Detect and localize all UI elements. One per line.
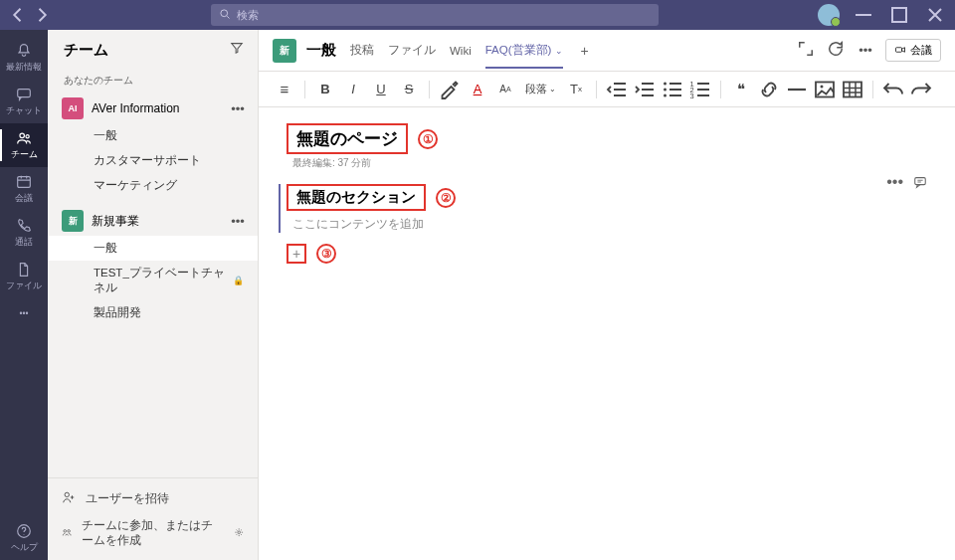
hr-button[interactable]: [785, 78, 809, 101]
clearformat-button[interactable]: Tx: [564, 78, 588, 101]
svg-point-10: [238, 531, 241, 534]
team-badge: AI: [62, 97, 84, 119]
annotation-2: ②: [436, 188, 456, 208]
svg-rect-20: [844, 82, 861, 96]
section-indicator: [279, 184, 281, 233]
hamburger-icon[interactable]: ≡: [273, 78, 296, 101]
rail-activity[interactable]: 最新情報: [0, 36, 48, 80]
indent-button[interactable]: [633, 78, 657, 101]
search-icon: [219, 8, 231, 22]
join-icon: [62, 527, 72, 539]
gear-icon[interactable]: [234, 527, 244, 539]
svg-rect-5: [18, 177, 31, 188]
expand-icon[interactable]: [796, 39, 816, 62]
channel-label: 一般: [94, 128, 117, 143]
chevron-down-icon: ⌄: [555, 46, 563, 56]
annotation-3: ③: [316, 244, 336, 264]
calendar-icon: [15, 173, 33, 191]
help-icon: [15, 522, 33, 540]
rail-label: 通話: [15, 237, 33, 249]
conversation-icon[interactable]: [913, 173, 927, 191]
tab-faq[interactable]: FAQ(営業部) ⌄: [485, 32, 563, 69]
rail-files[interactable]: ファイル: [0, 255, 48, 298]
more-icon[interactable]: •••: [856, 43, 875, 58]
channel-item[interactable]: 一般: [48, 123, 258, 148]
meet-button[interactable]: 会議: [885, 39, 941, 62]
rail-calls[interactable]: 通話: [0, 211, 48, 255]
fontsize-button[interactable]: AA: [493, 78, 517, 101]
teams-icon: [15, 129, 33, 147]
channel-item[interactable]: 一般: [48, 236, 258, 261]
file-icon: [15, 261, 33, 279]
paragraph-dropdown[interactable]: 段落 ⌄: [521, 83, 560, 96]
window-minimize[interactable]: [852, 3, 875, 27]
section-more-icon[interactable]: •••: [886, 173, 903, 191]
meet-label: 会議: [910, 43, 932, 58]
svg-rect-21: [915, 178, 926, 185]
invite-label: ユーザーを招待: [86, 491, 169, 506]
strike-button[interactable]: S: [397, 78, 421, 101]
search-placeholder: 検索: [237, 8, 259, 23]
your-teams-caption: あなたのチーム: [48, 70, 258, 93]
filter-icon[interactable]: [230, 41, 244, 59]
highlight-button[interactable]: [438, 78, 462, 101]
channel-item[interactable]: 製品開発: [48, 300, 258, 325]
italic-button[interactable]: I: [341, 78, 365, 101]
refresh-icon[interactable]: [826, 39, 846, 62]
svg-point-9: [68, 529, 71, 532]
undo-button[interactable]: [881, 78, 905, 101]
table-button[interactable]: [841, 78, 864, 101]
search-input[interactable]: 検索: [211, 4, 659, 26]
svg-point-19: [821, 85, 824, 88]
underline-button[interactable]: U: [369, 78, 393, 101]
team-more-icon[interactable]: •••: [228, 214, 248, 229]
bold-button[interactable]: B: [313, 78, 337, 101]
page-title: 無題のページ: [296, 129, 398, 148]
channel-label: カスタマーサポート: [94, 153, 201, 168]
tab-files[interactable]: ファイル: [388, 32, 436, 69]
section-title-input[interactable]: 無題のセクション: [286, 184, 426, 211]
channel-item[interactable]: カスタマーサポート: [48, 148, 258, 173]
tab-wiki[interactable]: Wiki: [450, 34, 472, 68]
fontcolor-button[interactable]: A: [466, 78, 489, 101]
redo-button[interactable]: [909, 78, 933, 101]
image-button[interactable]: [813, 78, 837, 101]
invite-icon: [62, 490, 76, 506]
invite-users[interactable]: ユーザーを招待: [48, 484, 258, 512]
window-close[interactable]: [923, 3, 947, 27]
tab-posts[interactable]: 投稿: [350, 32, 374, 69]
add-section-button[interactable]: +: [286, 244, 306, 264]
numlist-button[interactable]: 123: [688, 78, 712, 101]
team-header[interactable]: 新 新規事業 •••: [48, 206, 258, 236]
window-maximize[interactable]: [887, 3, 911, 27]
rail-chat[interactable]: チャット: [0, 80, 48, 123]
nav-forward[interactable]: [32, 5, 52, 25]
team-more-icon[interactable]: •••: [228, 101, 248, 116]
rail-calendar[interactable]: 会議: [0, 167, 48, 211]
rail-label: チーム: [11, 149, 38, 161]
rail-help[interactable]: ヘルプ: [0, 516, 48, 560]
channel-label: 一般: [94, 241, 117, 256]
quote-button[interactable]: ❝: [729, 78, 753, 101]
page-title-input[interactable]: 無題のページ: [286, 123, 408, 154]
rail-teams[interactable]: チーム: [0, 123, 48, 167]
camera-icon: [894, 44, 906, 58]
avatar[interactable]: [818, 4, 840, 26]
nav-back[interactable]: [8, 5, 28, 25]
team-header[interactable]: AI AVer Information •••: [48, 93, 258, 123]
add-tab-button[interactable]: +: [577, 43, 593, 59]
join-create-team[interactable]: チームに参加、またはチームを作成: [48, 512, 258, 554]
svg-point-7: [65, 492, 69, 496]
outdent-button[interactable]: [605, 78, 629, 101]
bell-icon: [15, 42, 33, 60]
svg-point-4: [26, 135, 29, 138]
team-name: 新規事業: [92, 213, 220, 230]
content-placeholder[interactable]: ここにコンテンツを追加: [286, 211, 927, 242]
panel-title: チーム: [64, 41, 108, 60]
section-title: 無題のセクション: [296, 189, 416, 205]
rail-more[interactable]: •••: [0, 298, 48, 328]
bullets-button[interactable]: [661, 78, 684, 101]
link-button[interactable]: [757, 78, 781, 101]
channel-item[interactable]: マーケティング: [48, 173, 258, 198]
channel-item[interactable]: TEST_プライベートチャネル🔒: [48, 261, 258, 300]
